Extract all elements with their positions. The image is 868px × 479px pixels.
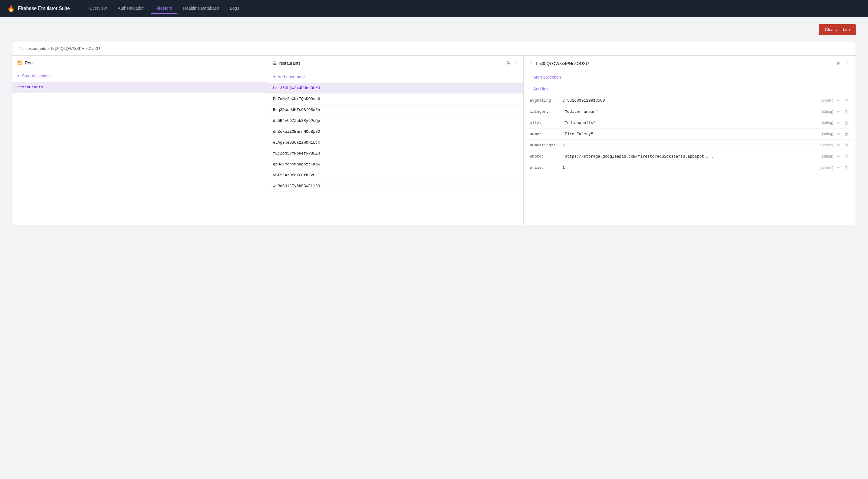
restaurants-item-5[interactable]: eLAgYxeSS6k2zWORiLcK [268, 137, 524, 148]
clear-all-data-button[interactable]: Clear all data [819, 24, 856, 35]
field-category-delete-button[interactable]: 🗑 [843, 109, 849, 114]
root-list: restaurants [12, 82, 268, 225]
restaurants-collection-icon: ☰ [273, 61, 277, 66]
document-add-field[interactable]: + Add field [524, 83, 856, 95]
restaurants-item-7[interactable]: qp0wXmohoMhKpnzt1Kgw [268, 159, 524, 170]
field-category-value: "Mediterranean" [562, 109, 819, 114]
field-price-key: price: [530, 165, 560, 170]
nav-links: Overview Authentication Firestore Realti… [85, 3, 244, 14]
root-column-header: 📶 Root [12, 56, 268, 70]
root-column: 📶 Root + Start collection restaurants [12, 56, 268, 225]
field-city-value: "Indianapolis" [562, 121, 819, 125]
nav-authentication[interactable]: Authentication [113, 3, 150, 14]
field-name-type: (string) [822, 132, 833, 136]
field-city-type: (string) [822, 121, 833, 125]
restaurants-item-9[interactable]: wnRoGUiCTv6hRBWELl9Q [268, 181, 524, 192]
field-category-key: category: [530, 109, 560, 114]
field-price-value: 1 [562, 165, 816, 170]
restaurants-add-document-label: Add document [278, 74, 305, 79]
nav-overview[interactable]: Overview [85, 3, 112, 14]
field-city-edit-button[interactable]: ✏ [836, 120, 842, 126]
restaurants-list: Lnj35QLQW3x4PHosOUXU Pd7oNz2eXKxTQsKO9va… [268, 83, 524, 225]
field-photo-key: photo: [530, 154, 560, 159]
breadcrumb-sep-1: › [23, 46, 25, 51]
restaurants-item-2[interactable]: Rqq3DcuUdHTsOBfOSd5h [268, 105, 524, 115]
restaurants-add-document-plus-icon: + [273, 74, 276, 79]
restaurants-item-1[interactable]: Pd7oNz2eXKxTQsKO9va6 [268, 94, 524, 105]
document-add-field-plus-icon: + [528, 86, 531, 92]
field-avgRating-actions: ✏ 🗑 [836, 97, 849, 103]
field-city-delete-button[interactable]: 🗑 [843, 120, 849, 126]
field-city: city: "Indianapolis" (string) ✏ 🗑 [526, 117, 853, 129]
nav-realtime-database[interactable]: Realtime Database [178, 3, 224, 14]
fire-icon: 🔥 [7, 5, 15, 12]
field-category-edit-button[interactable]: ✏ [836, 109, 842, 114]
field-price-actions: ✏ 🗑 [836, 165, 849, 171]
field-avgRating-delete-button[interactable]: 🗑 [843, 97, 849, 103]
field-name-actions: ✏ 🗑 [836, 131, 849, 137]
field-numRatings-type: (number) [818, 143, 833, 147]
field-city-key: city: [530, 121, 560, 125]
restaurants-column-header: ☰ restaurants ⎘ ≡ [268, 56, 524, 71]
field-name-value: "Fire Eatery" [562, 132, 819, 136]
field-city-actions: ✏ 🗑 [836, 120, 849, 126]
field-numRatings: numRatings: 5 (number) ✏ 🗑 [526, 140, 853, 151]
nav-firestore[interactable]: Firestore [151, 3, 177, 14]
firestore-container: ⌂ › restaurants › Lnj35QLQW3x4PHosOUXU 📶… [12, 41, 856, 225]
restaurants-item-6[interactable]: fEcZoNSVMNoPefyPBLZH [268, 148, 524, 159]
nav-logs[interactable]: Logs [225, 3, 244, 14]
field-name-delete-button[interactable]: 🗑 [843, 131, 849, 137]
field-photo: photo: "https://storage.googleapis.com/f… [526, 151, 853, 162]
root-wifi-icon: 📶 [17, 61, 22, 65]
document-copy-button[interactable]: ⎘ [836, 60, 841, 67]
field-numRatings-key: numRatings: [530, 143, 560, 147]
field-name-edit-button[interactable]: ✏ [836, 131, 842, 137]
document-more-button[interactable]: ⋮ [843, 59, 851, 67]
restaurants-add-document[interactable]: + Add document [268, 71, 524, 83]
columns: 📶 Root + Start collection restaurants ☰ … [12, 56, 856, 225]
restaurants-copy-button[interactable]: ⎘ [505, 59, 511, 67]
root-start-collection-label: Start collection [22, 73, 50, 78]
restaurants-item-8[interactable]: vBXfFAzOfqYGCfbFVULl [268, 170, 524, 181]
document-fields: avgRating: 3.5816899119913588 (number) ✏… [524, 95, 856, 225]
field-numRatings-delete-button[interactable]: 🗑 [843, 142, 849, 148]
field-photo-delete-button[interactable]: 🗑 [843, 153, 849, 159]
restaurants-item-4[interactable]: dnZokuiZOEmrnMOcBpSO [268, 127, 524, 137]
restaurants-item-0[interactable]: Lnj35QLQW3x4PHosOUXU [268, 83, 524, 94]
root-column-title: Root [25, 61, 263, 65]
breadcrumb-home-icon[interactable]: ⌂ [19, 46, 22, 51]
document-column-header: 📄 Lnj35QLQW3x4PHosOUXU ⎘ ⋮ [524, 56, 856, 71]
field-numRatings-edit-button[interactable]: ✏ [836, 142, 842, 148]
field-avgRating-type: (number) [818, 98, 833, 103]
field-price-type: (number) [818, 165, 833, 170]
field-avgRating-key: avgRating: [530, 98, 560, 103]
field-photo-value: "https://storage.googleapis.com/firestor… [562, 154, 819, 159]
field-price-delete-button[interactable]: 🗑 [843, 165, 849, 171]
document-start-collection-plus-icon: + [528, 74, 531, 80]
document-column: 📄 Lnj35QLQW3x4PHosOUXU ⎘ ⋮ + Start colle… [524, 56, 856, 225]
root-item-restaurants[interactable]: restaurants [12, 82, 268, 93]
field-price-edit-button[interactable]: ✏ [836, 165, 842, 171]
field-photo-edit-button[interactable]: ✏ [836, 153, 842, 159]
field-avgRating: avgRating: 3.5816899119913588 (number) ✏… [526, 95, 853, 106]
document-start-collection-label: Start collection [533, 75, 561, 79]
app-title: Firebase Emulator Suite [18, 6, 70, 11]
field-category-actions: ✏ 🗑 [836, 109, 849, 114]
document-start-collection[interactable]: + Start collection [524, 71, 856, 83]
field-category: category: "Mediterranean" (string) ✏ 🗑 [526, 106, 853, 117]
top-nav: 🔥 Firebase Emulator Suite Overview Authe… [0, 0, 868, 17]
restaurants-item-3[interactable]: dL5B4vLDZZubSRy5PeQp [268, 115, 524, 127]
document-add-field-label: Add field [533, 87, 550, 91]
field-photo-actions: ✏ 🗑 [836, 153, 849, 159]
root-start-collection-plus-icon: + [17, 73, 20, 79]
restaurants-filter-button[interactable]: ≡ [513, 59, 519, 67]
field-numRatings-value: 5 [562, 143, 816, 147]
breadcrumb-restaurants[interactable]: restaurants [26, 46, 46, 51]
field-avgRating-edit-button[interactable]: ✏ [836, 97, 842, 103]
root-start-collection[interactable]: + Start collection [12, 70, 268, 82]
breadcrumb-document-id[interactable]: Lnj35QLQW3x4PHosOUXU [51, 46, 100, 51]
restaurants-column: ☰ restaurants ⎘ ≡ + Add document Lnj35QL… [268, 56, 524, 225]
document-icon: 📄 [528, 61, 534, 66]
toolbar: Clear all data [12, 24, 856, 35]
field-name: name: "Fire Eatery" (string) ✏ 🗑 [526, 129, 853, 140]
